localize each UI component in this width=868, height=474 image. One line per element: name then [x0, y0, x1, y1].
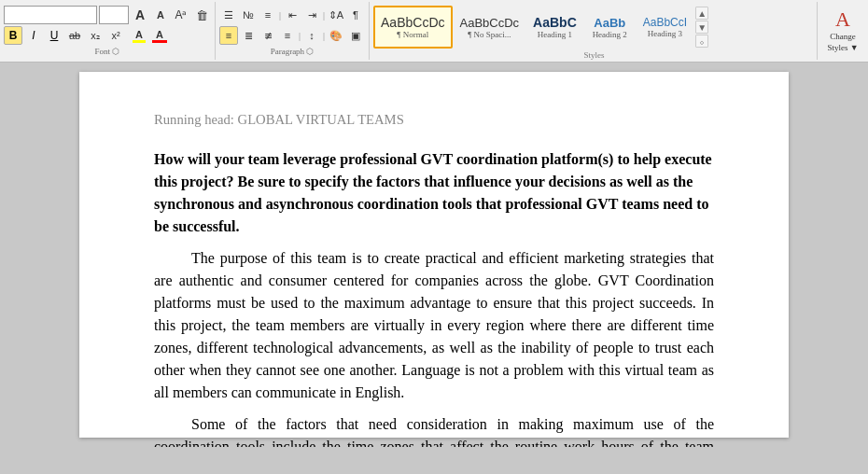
font-format-row: B I U ab x₂ x² A A	[4, 26, 211, 45]
paragraph-dialog-btn[interactable]: ⬡	[306, 47, 314, 56]
change-case-btn[interactable]: Aᵃ	[172, 6, 190, 24]
style-normal[interactable]: AaBbCcDc ¶ Normal	[373, 6, 452, 49]
line-spacing-btn[interactable]: ↕	[302, 26, 321, 45]
justify-btn[interactable]: ≡	[278, 26, 297, 45]
strikethrough-btn[interactable]: ab	[65, 26, 84, 45]
font-color-btn[interactable]: A	[149, 26, 170, 45]
document-paragraph2[interactable]: Some of the factors that need considerat…	[154, 413, 714, 447]
align-left-btn[interactable]: ≡	[219, 26, 238, 45]
style-heading2[interactable]: AaBb Heading 2	[584, 6, 636, 49]
shading-btn[interactable]: 🎨	[327, 26, 345, 45]
underline-button[interactable]: U	[45, 26, 63, 45]
style-heading2-label: Heading 2	[593, 30, 627, 39]
change-styles-label: ChangeStyles ▼	[827, 32, 858, 53]
align-center-btn[interactable]: ≣	[239, 26, 258, 45]
font-size-increase-btn[interactable]: A	[131, 6, 149, 24]
increase-indent-btn[interactable]: ⇥	[302, 6, 321, 24]
font-name-input[interactable]: Times New Rom	[4, 6, 97, 24]
styles-scroll-down-btn[interactable]: ▼	[695, 21, 708, 34]
paragraph-section: ☰ № ≡ | ⇤ ⇥ | ⇕A ¶ ≡ ≣ ≢ ≡ | ↕ | 🎨 ▣	[216, 2, 370, 60]
style-heading2-preview: AaBb	[594, 16, 625, 30]
numbered-list-btn[interactable]: №	[239, 6, 258, 24]
sort-btn[interactable]: ⇕A	[327, 6, 345, 24]
document-area: Running head: GLOBAL VIRTUAL TEAMS How w…	[0, 63, 868, 447]
style-heading1-preview: AaBbC	[533, 15, 577, 30]
borders-btn[interactable]: ▣	[346, 26, 365, 45]
paragraph-section-label: Paragraph ⬡	[219, 47, 365, 57]
font-size-decrease-btn[interactable]: A	[151, 6, 170, 24]
font-section: Times New Rom 12 A A Aᵃ 🗑 B I U ab x₂ x²…	[0, 2, 216, 60]
style-no-spacing-preview: AaBbCcDc	[460, 16, 520, 30]
document-question[interactable]: How will your team leverage professional…	[154, 148, 714, 238]
running-head: Running head: GLOBAL VIRTUAL TEAMS	[154, 109, 714, 130]
clear-format-btn[interactable]: 🗑	[192, 6, 211, 24]
italic-button[interactable]: I	[24, 26, 43, 45]
style-heading3-label: Heading 3	[648, 29, 682, 38]
style-heading1-label: Heading 1	[538, 30, 572, 39]
styles-more-btn[interactable]: ⬦	[695, 35, 708, 48]
style-no-spacing[interactable]: AaBbCcDc ¶ No Spaci...	[454, 6, 526, 49]
document-paragraph1[interactable]: The purpose of this team is to create pr…	[154, 247, 714, 404]
subscript-btn[interactable]: x₂	[86, 26, 105, 45]
style-normal-preview: AaBbCcDc	[381, 15, 444, 30]
styles-section-label: Styles	[373, 50, 815, 60]
font-dialog-btn[interactable]: ⬡	[112, 47, 119, 56]
style-normal-label: ¶ Normal	[397, 30, 428, 39]
align-right-btn[interactable]: ≢	[259, 26, 277, 45]
document-page[interactable]: Running head: GLOBAL VIRTUAL TEAMS How w…	[79, 72, 789, 438]
bullet-list-btn[interactable]: ☰	[219, 6, 238, 24]
change-styles-btn[interactable]: A ChangeStyles ▼	[817, 2, 868, 60]
styles-section: AaBbCcDc ¶ Normal AaBbCcDc ¶ No Spaci...…	[370, 2, 817, 60]
superscript-btn[interactable]: x²	[106, 26, 125, 45]
styles-scroll-arrows: ▲ ▼ ⬦	[694, 6, 709, 49]
font-section-label: Font ⬡	[4, 47, 211, 57]
show-formatting-btn[interactable]: ¶	[346, 6, 365, 24]
style-no-spacing-label: ¶ No Spaci...	[468, 30, 511, 39]
bold-button[interactable]: B	[4, 26, 22, 45]
list-row: ☰ № ≡ | ⇤ ⇥ | ⇕A ¶	[219, 6, 365, 24]
font-name-row: Times New Rom 12 A A Aᵃ 🗑	[4, 6, 211, 24]
text-highlight-btn[interactable]: A	[129, 26, 149, 45]
decrease-indent-btn[interactable]: ⇤	[283, 6, 301, 24]
style-heading3[interactable]: AaBbCcI Heading 3	[637, 6, 693, 49]
style-heading3-preview: AaBbCcI	[643, 16, 687, 29]
font-size-input[interactable]: 12	[99, 6, 129, 24]
style-heading1[interactable]: AaBbC Heading 1	[526, 6, 583, 49]
change-styles-icon: A	[835, 7, 850, 32]
align-row: ≡ ≣ ≢ ≡ | ↕ | 🎨 ▣	[219, 26, 365, 45]
multilevel-list-btn[interactable]: ≡	[259, 6, 277, 24]
styles-scroll-up-btn[interactable]: ▲	[695, 7, 708, 20]
text-effects-group: A A	[129, 26, 170, 45]
